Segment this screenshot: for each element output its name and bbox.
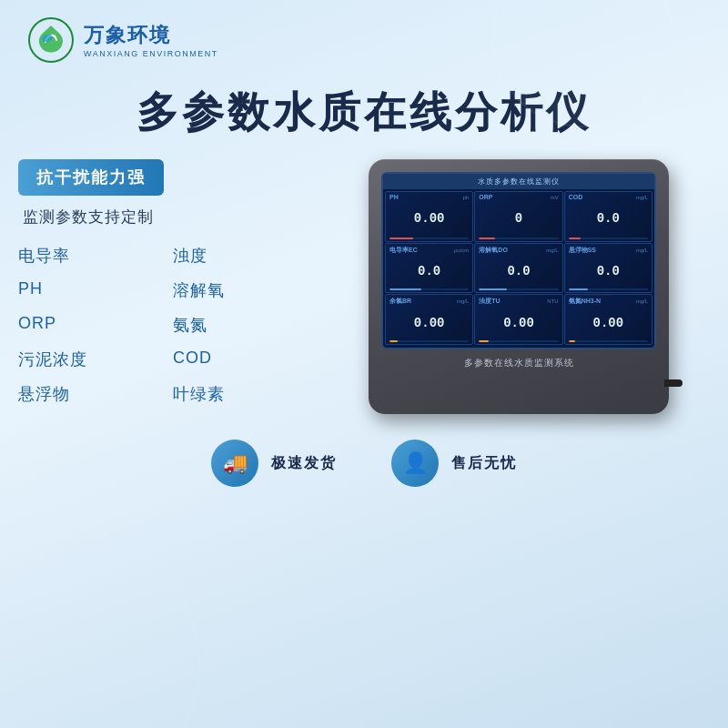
feature-item: 氨氮 — [173, 311, 309, 339]
bottom-label: 售后无忧 — [451, 454, 517, 473]
left-panel: 抗干扰能力强 监测参数支持定制 电导率浊度PH溶解氧ORP氨氮污泥浓度COD悬浮… — [18, 159, 309, 408]
device: 水质多参数在线监测仪 PH ph 0.00 ORP mV 0 COD mg/L … — [369, 159, 669, 414]
screen-title: 水质多参数在线监测仪 — [383, 174, 654, 189]
bottom-icon: 🚚 — [211, 440, 258, 487]
logo-icon — [27, 16, 75, 64]
feature-item: 污泥浓度 — [18, 346, 155, 373]
device-cable — [664, 379, 682, 387]
screen-cell: PH ph 0.00 — [385, 191, 473, 242]
feature-item: ORP — [18, 311, 155, 339]
screen-grid: PH ph 0.00 ORP mV 0 COD mg/L 0.0 电导率EC μ… — [383, 189, 654, 347]
right-panel: 水质多参数在线监测仪 PH ph 0.00 ORP mV 0 COD mg/L … — [328, 159, 710, 414]
device-screen: 水质多参数在线监测仪 PH ph 0.00 ORP mV 0 COD mg/L … — [381, 172, 656, 349]
screen-cell: ORP mV 0 — [474, 191, 562, 242]
bottom-item: 👤 售后无忧 — [391, 440, 517, 487]
logo-chinese: 万象环境 — [84, 22, 218, 49]
bottom-icon: 👤 — [391, 440, 439, 487]
screen-cell: 浊度TU NTU 0.00 — [474, 294, 562, 345]
bottom-item: 🚚 极速发货 — [211, 440, 337, 487]
screen-cell: 氨氮NH3-N mg/L 0.00 — [564, 294, 652, 345]
feature-item: 电导率 — [18, 242, 155, 269]
bottom-label: 极速发货 — [271, 454, 337, 473]
feature-item: 溶解氧 — [173, 277, 309, 304]
sub-text: 监测参数支持定制 — [18, 207, 309, 228]
screen-cell: 电导率EC μu/cm 0.0 — [385, 243, 473, 294]
device-label: 多参数在线水质监测系统 — [381, 357, 656, 369]
logo-text: 万象环境 WANXIANG ENVIRONMENT — [84, 22, 218, 58]
feature-item: 叶绿素 — [173, 380, 309, 408]
feature-item: 悬浮物 — [18, 380, 155, 408]
screen-cell: COD mg/L 0.0 — [564, 191, 652, 242]
highlight-tag: 抗干扰能力强 — [18, 159, 164, 196]
logo: 万象环境 WANXIANG ENVIRONMENT — [27, 16, 218, 64]
screen-cell: 悬浮物SS mg/L 0.0 — [564, 243, 652, 294]
screen-cell: 余氯BR mg/L 0.00 — [385, 294, 473, 345]
content-area: 抗干扰能力强 监测参数支持定制 电导率浊度PH溶解氧ORP氨氮污泥浓度COD悬浮… — [0, 159, 728, 414]
features-grid: 电导率浊度PH溶解氧ORP氨氮污泥浓度COD悬浮物叶绿素 — [18, 242, 309, 408]
screen-cell: 溶解氧DO mg/L 0.0 — [474, 243, 562, 294]
bottom-bar: 🚚 极速发货 👤 售后无忧 — [0, 440, 728, 487]
logo-english: WANXIANG ENVIRONMENT — [84, 49, 218, 58]
feature-item: 浊度 — [173, 242, 309, 269]
feature-item: COD — [173, 346, 309, 373]
feature-item: PH — [18, 277, 155, 304]
